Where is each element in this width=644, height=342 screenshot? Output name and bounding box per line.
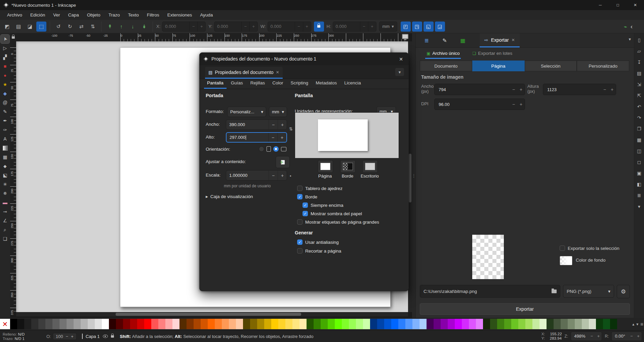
palette-swatch-25[interactable] (187, 319, 194, 329)
palette-swatch-2[interactable] (24, 319, 31, 329)
export-path-input[interactable]: C:\Users\zakat\bitmap.png (420, 285, 560, 298)
palette-swatch-62[interactable] (448, 319, 455, 329)
measure-tool[interactable]: ∠ (1, 216, 9, 225)
zoom-tool[interactable]: ⌕ (1, 225, 9, 234)
panel-resize-handle[interactable]: ⋮ (412, 33, 415, 318)
menu-ayuda[interactable]: Ayuda (196, 11, 216, 19)
new-document-button[interactable]: ▯ (635, 36, 643, 44)
export-width-minus-button[interactable]: − (510, 87, 517, 92)
spiral-tool[interactable]: @ (1, 98, 9, 107)
palette-swatch-81[interactable] (582, 319, 589, 329)
export-button[interactable]: Exportar (420, 303, 630, 315)
menu-trazo[interactable]: Trazo (105, 11, 124, 19)
menu-objeto[interactable]: Objeto (83, 11, 104, 19)
checkbox-borde[interactable]: ✓ (297, 194, 303, 199)
palette-swatch-0[interactable] (10, 319, 17, 329)
palette-swatch-65[interactable] (469, 319, 476, 329)
menu-archivo[interactable]: Archivo (3, 11, 26, 19)
transform-corners-toggle[interactable]: ◳ (412, 22, 422, 32)
opacity-minus-icon[interactable]: − (66, 334, 68, 339)
palette-swatch-23[interactable] (172, 319, 179, 329)
palette-swatch-32[interactable] (236, 319, 243, 329)
import-image-button[interactable]: ⇲ (635, 80, 643, 88)
lock-ratio-toggle[interactable] (314, 22, 324, 32)
desk-color-button[interactable] (362, 160, 378, 173)
palette-swatch-31[interactable] (229, 319, 236, 329)
palette-swatch-12[interactable] (95, 319, 102, 329)
palette-swatch-36[interactable] (264, 319, 271, 329)
y-input[interactable]: 0.000−+ (214, 22, 258, 32)
palette-swatch-44[interactable] (321, 319, 328, 329)
palette-swatch-1[interactable] (17, 319, 24, 329)
zoom-page-button[interactable]: ◻ (635, 158, 643, 166)
palette-swatch-73[interactable] (525, 319, 532, 329)
palette-swatch-84[interactable] (603, 319, 610, 329)
palette-swatch-76[interactable] (547, 319, 554, 329)
palette-swatch-59[interactable] (427, 319, 434, 329)
redo-button[interactable]: ↷ (635, 114, 643, 122)
palette-swatch-20[interactable] (151, 319, 158, 329)
y-plus-button[interactable]: + (249, 22, 257, 31)
close-button[interactable]: ✕ (627, 0, 644, 10)
palette-swatch-45[interactable] (328, 319, 335, 329)
zoom-plus-button[interactable]: + (595, 332, 602, 341)
palette-swatch-6[interactable] (52, 319, 59, 329)
export-mode-pa-gina[interactable]: Página (472, 61, 525, 71)
dialog-tab-color[interactable]: Color (269, 79, 286, 89)
zoom-drawing-button[interactable]: ▣ (635, 169, 643, 177)
fill-stroke-indicator[interactable]: Relleno: N/D Trazo: N/D 1 (3, 332, 46, 341)
select-touch-button[interactable]: ◪ (25, 22, 35, 32)
export-image-button[interactable]: ⇱ (635, 91, 643, 100)
width-plus-button[interactable]: + (278, 120, 287, 129)
rotation-input[interactable]: 0.00°−+ (611, 332, 642, 341)
vertical-scrollbar-thumb[interactable] (409, 154, 411, 202)
palette-swatch-66[interactable] (476, 319, 483, 329)
dropper-tool[interactable]: ⬥ (1, 162, 9, 170)
selector-tool[interactable]: ➤ (1, 35, 9, 43)
palette-swatch-38[interactable] (278, 319, 285, 329)
dpi-minus-button[interactable]: − (510, 102, 517, 107)
palette-swatch-34[interactable] (250, 319, 257, 329)
palette-swatch-28[interactable] (208, 319, 215, 329)
dialog-tab-pantalla[interactable]: Pantalla (204, 79, 227, 89)
fit-to-content-button[interactable] (276, 156, 290, 168)
palette-swatch-39[interactable] (285, 319, 292, 329)
menu-ver[interactable]: Ver (49, 11, 64, 19)
palette-swatch-77[interactable] (554, 319, 561, 329)
palette-swatch-42[interactable] (307, 319, 314, 329)
duplicate-button[interactable]: ◫ (635, 147, 643, 155)
swap-dimensions-icon[interactable]: ⇅ (289, 126, 293, 131)
palette-swatch-9[interactable] (74, 319, 81, 329)
rotation-plus-button[interactable]: + (635, 332, 642, 341)
palette-swatch-74[interactable] (532, 319, 539, 329)
height-plus-button[interactable]: + (277, 133, 286, 142)
checkbox-tablero-de-ajedrez[interactable] (297, 186, 303, 191)
palette-swatch-35[interactable] (257, 319, 264, 329)
palette-swatch-70[interactable] (504, 319, 511, 329)
palette-swatch-53[interactable] (384, 319, 391, 329)
palette-swatch-83[interactable] (596, 319, 603, 329)
export-height-input[interactable]: 1123−+ (543, 84, 616, 95)
w-minus-button[interactable]: − (295, 22, 303, 31)
palette-swatch-56[interactable] (405, 319, 412, 329)
lower-to-bottom-button[interactable]: ↡ (139, 22, 149, 32)
palette-swatch-67[interactable] (483, 319, 490, 329)
subtab-archivo-u-nico[interactable]: ▣Archivo único (425, 49, 461, 59)
palette-swatch-3[interactable] (31, 319, 38, 329)
ruler-corner[interactable] (10, 33, 16, 41)
export-height-minus-button[interactable]: − (601, 87, 608, 92)
rotate-cw-button[interactable]: ↻ (65, 22, 75, 32)
minimize-button[interactable]: ─ (592, 0, 609, 10)
palette-swatch-78[interactable] (561, 319, 568, 329)
layers-dialog-button[interactable]: ≣ (635, 191, 643, 199)
palette-swatch-16[interactable] (123, 319, 130, 329)
text-tool[interactable]: A (1, 135, 9, 143)
no-color-swatch[interactable]: ✕ (0, 319, 10, 329)
palette-swatch-47[interactable] (342, 319, 349, 329)
x-plus-button[interactable]: + (197, 22, 205, 31)
flip-horizontal-button[interactable]: ⇄ (76, 22, 86, 32)
export-width-input[interactable]: 794−+ (434, 84, 525, 95)
calligraphy-tool[interactable]: ✑ (1, 125, 9, 134)
palette-swatch-80[interactable] (575, 319, 582, 329)
palette-swatch-14[interactable] (109, 319, 116, 329)
